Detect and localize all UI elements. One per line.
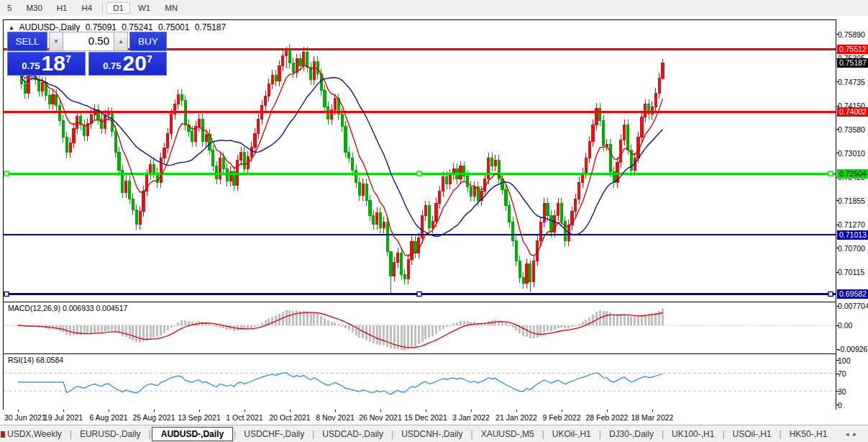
partial-icon (1, 431, 5, 438)
volume-input[interactable]: 0.50 (63, 32, 114, 51)
timeframe-button-w1[interactable]: W1 (132, 2, 157, 14)
rsi-panel[interactable]: RSI(14) 68.0584 (3, 353, 836, 410)
tab-usdxweekly[interactable]: USDX,Weekly (0, 427, 69, 441)
tab-uk100h1[interactable]: UK100-,H1 (664, 427, 721, 441)
quote-open: 0.75091 (86, 22, 117, 32)
tab-usdcaddaily[interactable]: USDCAD-,Daily (315, 427, 390, 441)
sell-price-display[interactable]: 0.75187 (7, 52, 86, 76)
tab-dj30daily[interactable]: DJ30-,Daily (602, 427, 661, 441)
axis-tick-mark (836, 374, 839, 374)
timeframe-button-h4[interactable]: H4 (75, 2, 99, 14)
date-tick-mark (471, 410, 472, 412)
rsi-svg[interactable] (4, 354, 836, 410)
tab-scroll-left-icon[interactable]: ◂ (846, 430, 854, 438)
tab-usoilh1[interactable]: USOil-,H1 (726, 427, 779, 441)
timeframe-button-mn[interactable]: MN (158, 2, 184, 14)
tab-scroll-arrows: ◂▸ (846, 430, 861, 438)
date-label: 28 Feb 2022 (585, 413, 628, 422)
rsi-axis-tick: 100 (838, 356, 851, 365)
tab-usdchfdaily[interactable]: USDCHF-,Daily (237, 427, 311, 441)
candles (17, 44, 664, 294)
tab-separator: | (471, 429, 473, 439)
tab-xauusdm5[interactable]: XAUUSD-,M5 (474, 427, 542, 441)
toolbar-separator (102, 2, 103, 14)
tab-separator: | (599, 429, 601, 439)
date-label: 9 Feb 2022 (542, 413, 580, 422)
tab-separator: | (149, 429, 151, 439)
axis-tick-mark (836, 153, 839, 153)
tab-audusddaily[interactable]: AUDUSD-,Daily (152, 427, 233, 441)
date-tick-mark (335, 410, 336, 412)
level-price-label: 0.71013 (837, 230, 868, 240)
date-tick-mark (18, 410, 19, 412)
tab-hk50h1[interactable]: HK50-,H1 (782, 427, 835, 441)
date-tick-mark (245, 410, 245, 412)
arrow-down-icon: ▼ (53, 38, 59, 45)
date-label: 6 Aug 2021 (89, 413, 127, 422)
price-tick: 0.73010 (838, 149, 865, 158)
timeframe-button-m30[interactable]: M30 (19, 2, 48, 14)
one-click-trade-panel: SELL ▼ 0.50 ▲ BUY 0.75187 0.75207 (7, 32, 167, 76)
buy-price-display[interactable]: 0.75207 (88, 52, 167, 76)
tab-usdcnhdaily[interactable]: USDCNH-,Daily (394, 427, 470, 441)
buy-button[interactable]: BUY (129, 32, 167, 51)
date-tick-mark (380, 410, 381, 412)
tab-separator: | (780, 429, 782, 439)
axis-tick-mark (836, 106, 839, 107)
timeframe-button-h1[interactable]: H1 (50, 2, 74, 14)
level-price-label: 0.75512 (837, 45, 868, 54)
macd-panel[interactable]: MACD(12,26,9) 0.006933 0.004517 (3, 302, 836, 354)
date-label: 26 Nov 2021 (359, 413, 402, 422)
price-tick: 0.75890 (838, 30, 865, 39)
tab-separator: | (662, 429, 664, 439)
volume-increase-button[interactable]: ▲ (114, 32, 128, 51)
date-axis[interactable]: 30 Jun 202119 Jul 20216 Aug 202125 Aug 2… (3, 410, 836, 425)
arrow-up-icon: ▲ (118, 38, 124, 45)
date-tick-mark (652, 410, 653, 412)
tab-scroll-right-icon[interactable]: ▸ (853, 430, 861, 438)
tab-ukoilh1[interactable]: UKOil-,H1 (545, 427, 598, 441)
volume-decrease-button[interactable]: ▼ (49, 32, 63, 51)
quote-low: 0.75001 (158, 22, 189, 32)
axis-tick-mark (836, 360, 839, 361)
axis-tick-mark (836, 129, 839, 130)
rsi-label: RSI(14) 68.0584 (8, 356, 63, 364)
macd-axis-tick: 0.00 (838, 321, 852, 330)
date-tick-mark (516, 410, 517, 412)
axis-tick-mark (836, 272, 839, 273)
tab-separator: | (312, 429, 314, 439)
axis-tick-mark (836, 391, 839, 392)
date-tick-mark (426, 410, 426, 412)
macd-svg[interactable] (4, 302, 836, 353)
symbol-title: AUDUSD-,Daily (19, 22, 81, 32)
timeframe-button-5[interactable]: 5 (1, 2, 18, 14)
date-label: 3 Jan 2022 (452, 413, 490, 422)
date-label: 19 Jul 2021 (44, 413, 83, 422)
axis-tick-mark (836, 200, 839, 201)
symbol-header: ▲ AUDUSD-,Daily 0.75091 0.75241 0.75001 … (9, 22, 229, 32)
date-tick-mark (63, 410, 64, 412)
axis-tick-mark (836, 248, 839, 248)
date-tick-mark (562, 410, 562, 412)
tab-eurusddaily[interactable]: EURUSD-,Daily (73, 427, 148, 441)
price-tick: 0.71270 (838, 220, 865, 229)
price-axis[interactable]: 0.758900.753050.747350.741500.735800.730… (836, 19, 868, 410)
current-price-label: 0.75187 (837, 58, 868, 68)
axis-tick-mark (836, 349, 839, 350)
date-label: 8 Nov 2021 (316, 413, 355, 422)
date-label: 18 Mar 2022 (631, 413, 673, 422)
timeframe-button-d1[interactable]: D1 (106, 2, 130, 14)
timeframe-toolbar: 5M30H1H4D1W1MN (0, 0, 868, 17)
date-tick-mark (607, 410, 608, 412)
date-label: 15 Dec 2021 (404, 413, 447, 422)
chart-client-area: MACD(12,26,9) 0.006933 0.004517 RSI(14) … (0, 16, 868, 442)
price-tick: 0.73580 (838, 125, 865, 134)
axis-tick-mark (836, 405, 839, 405)
price-tick: 0.71855 (838, 197, 865, 205)
mt4-window: 5M30H1H4D1W1MN MACD(12,26,9) 0.006933 0.… (0, 0, 868, 442)
sell-button[interactable]: SELL (7, 32, 47, 51)
macd-axis-tick: -0.009269 (838, 345, 868, 353)
tab-separator: | (722, 429, 724, 439)
level-price-label: 0.72504 (837, 169, 868, 179)
symbol-marker-icon: ▲ (9, 24, 14, 31)
